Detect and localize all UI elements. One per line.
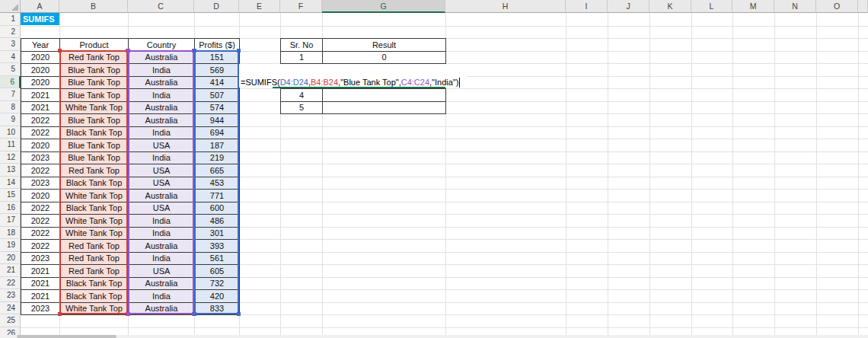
column-header-partial[interactable]: [858, 0, 868, 13]
horizontal-scrollbar[interactable]: [0, 335, 868, 338]
cell-A22[interactable]: 2021: [21, 278, 60, 291]
formula-segment: ,"India"): [429, 78, 458, 87]
cell-A6[interactable]: 2020: [21, 77, 60, 90]
row-header-14[interactable]: 14: [0, 177, 21, 190]
row-header-3[interactable]: 3: [0, 38, 21, 51]
result-table-lower: 45: [280, 88, 446, 114]
column-header-A[interactable]: A: [21, 0, 59, 13]
cell-G8[interactable]: [323, 102, 446, 115]
row-header-25[interactable]: 25: [0, 314, 21, 327]
column-header-G[interactable]: G: [322, 0, 445, 13]
cell-G7[interactable]: [323, 89, 446, 102]
result-table-upper: Sr. NoResult10: [280, 38, 446, 64]
column-header-E[interactable]: E: [239, 0, 280, 13]
row-header-10[interactable]: 10: [0, 126, 21, 139]
row-header-11[interactable]: 11: [0, 139, 21, 151]
formula-segment: =SUMIFS(: [241, 78, 280, 87]
row-header-2[interactable]: 2: [0, 26, 21, 39]
formula-segment: C4:C24: [401, 78, 429, 87]
cell-A24[interactable]: 2023: [21, 303, 60, 316]
row-header-16[interactable]: 16: [0, 202, 21, 215]
cell-A1[interactable]: SUMIFS: [21, 13, 59, 25]
select-all-triangle-icon: [11, 4, 18, 11]
column-header-K[interactable]: K: [649, 0, 691, 13]
row-header-17[interactable]: 17: [0, 214, 21, 227]
range-border-B4-B24: [59, 50, 128, 314]
range-handle: [237, 312, 241, 316]
range-handle: [193, 49, 196, 53]
row-header-15[interactable]: 15: [0, 189, 21, 202]
column-header-D[interactable]: D: [194, 0, 239, 13]
row-header-13[interactable]: 13: [0, 164, 21, 177]
row-header-9[interactable]: 9: [0, 113, 21, 126]
cell-A18[interactable]: 2022: [21, 228, 60, 241]
active-cell-border: [273, 87, 445, 88]
row-header-8[interactable]: 8: [0, 101, 21, 114]
cell-A16[interactable]: 2022: [21, 202, 60, 215]
cell-A4[interactable]: 2020: [21, 52, 60, 65]
cell-A19[interactable]: 2022: [21, 240, 60, 253]
cell-A14[interactable]: 2023: [21, 177, 60, 190]
text-caret: [459, 78, 460, 88]
range-handle: [193, 312, 196, 316]
formula-segment: B4:B24: [311, 78, 338, 87]
cell-A17[interactable]: 2022: [21, 215, 60, 228]
row-header-6[interactable]: 6: [0, 76, 21, 89]
gridline: [21, 327, 868, 328]
cell-A20[interactable]: 2023: [21, 253, 60, 266]
cell-G3[interactable]: Result: [323, 39, 446, 52]
gridline: [21, 26, 868, 27]
cell-F4[interactable]: 1: [281, 52, 323, 65]
column-header-O[interactable]: O: [816, 0, 858, 13]
column-header-M[interactable]: M: [732, 0, 774, 13]
cell-F8[interactable]: 5: [281, 102, 323, 115]
cell-A12[interactable]: 2023: [21, 152, 60, 165]
range-handle: [126, 312, 130, 316]
column-header-L[interactable]: L: [691, 0, 732, 13]
horizontal-scrollbar-thumb[interactable]: [17, 335, 116, 338]
cell-A8[interactable]: 2021: [21, 102, 60, 115]
cell-A15[interactable]: 2020: [21, 190, 60, 202]
range-handle: [237, 49, 241, 53]
cell-A9[interactable]: 2022: [21, 114, 60, 127]
cell-A21[interactable]: 2021: [21, 265, 60, 278]
cell-A23[interactable]: 2021: [21, 290, 60, 303]
cell-F7[interactable]: 4: [281, 89, 323, 102]
cell-G4[interactable]: 0: [323, 52, 446, 65]
column-header-F[interactable]: F: [280, 0, 322, 13]
column-header-I[interactable]: I: [566, 0, 608, 13]
range-handle: [58, 49, 62, 53]
cell-A7[interactable]: 2021: [21, 89, 60, 102]
select-all-corner[interactable]: [0, 0, 21, 13]
cell-A11[interactable]: 2020: [21, 139, 60, 152]
row-header-24[interactable]: 24: [0, 302, 21, 315]
row-header-18[interactable]: 18: [0, 227, 21, 240]
formula-segment: ,"Blue Tank Top",: [338, 78, 401, 87]
cell-A5[interactable]: 2020: [21, 64, 60, 77]
row-header-22[interactable]: 22: [0, 277, 21, 290]
row-header-21[interactable]: 21: [0, 264, 21, 277]
row-header-5[interactable]: 5: [0, 63, 21, 76]
row-header-4[interactable]: 4: [0, 51, 21, 64]
cell-A13[interactable]: 2022: [21, 164, 60, 177]
row-header-20[interactable]: 20: [0, 252, 21, 265]
row-header-12[interactable]: 12: [0, 151, 21, 164]
column-header-H[interactable]: H: [445, 0, 566, 13]
range-handle: [126, 49, 130, 53]
column-header-N[interactable]: N: [774, 0, 816, 13]
range-border-D4-D24: [194, 50, 239, 314]
cell-A10[interactable]: 2022: [21, 127, 60, 140]
spreadsheet-grid: ABCDEFGHIJKLMNO1234567891011121314151617…: [0, 0, 868, 338]
range-border-C4-C24: [128, 50, 194, 314]
range-handle: [58, 312, 62, 316]
formula-segment: D4:D24: [280, 78, 308, 87]
cell-F3[interactable]: Sr. No: [281, 39, 323, 52]
row-header-23[interactable]: 23: [0, 289, 21, 302]
column-header-C[interactable]: C: [128, 0, 194, 13]
row-header-7[interactable]: 7: [0, 88, 21, 101]
column-header-B[interactable]: B: [59, 0, 128, 13]
row-header-1[interactable]: 1: [0, 13, 21, 26]
column-header-J[interactable]: J: [608, 0, 649, 13]
cell-A3[interactable]: Year: [21, 39, 60, 52]
row-header-19[interactable]: 19: [0, 239, 21, 252]
